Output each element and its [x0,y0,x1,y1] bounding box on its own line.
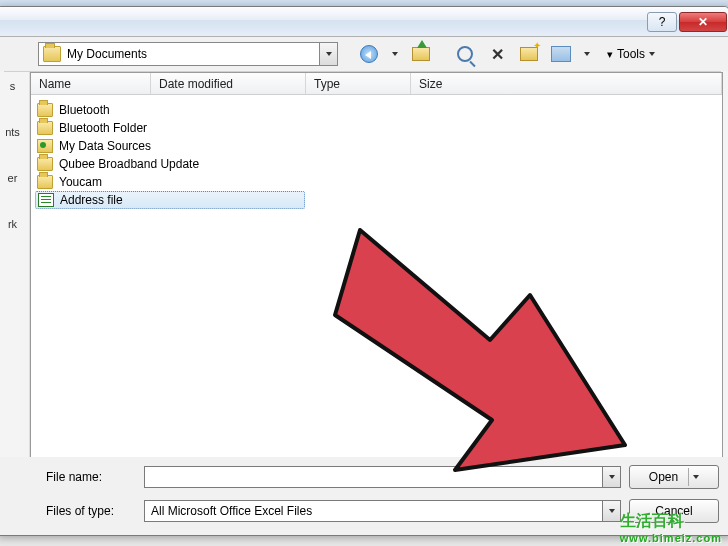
col-name[interactable]: Name [31,73,151,94]
delete-button[interactable]: ✕ [484,42,510,66]
up-folder-icon [412,47,430,61]
filename-dropdown[interactable] [602,467,620,487]
places-item[interactable]: rk [8,218,17,230]
col-type[interactable]: Type [306,73,411,94]
places-bar: s nts er rk [0,72,30,462]
places-item[interactable]: s [10,80,16,92]
search-web-button[interactable] [452,42,478,66]
views-icon [551,46,571,62]
folder-icon [37,103,53,117]
file-label: Address file [60,193,123,207]
help-button[interactable]: ? [647,12,677,32]
dialog-toolbar: My Documents ✕ ▾ Tools [0,37,728,71]
file-label: Youcam [59,175,102,189]
views-button[interactable] [548,42,574,66]
filetype-dropdown[interactable] [602,501,620,521]
filetype-label: Files of type: [46,504,136,518]
open-button[interactable]: Open [629,465,719,489]
file-label: Bluetooth [59,103,110,117]
look-in-value: My Documents [65,47,319,61]
places-item[interactable]: er [8,172,18,184]
new-folder-button[interactable] [516,42,542,66]
tools-menu[interactable]: ▾ Tools [600,42,662,66]
new-folder-icon [520,47,538,61]
list-item[interactable]: Qubee Broadband Update [35,155,718,173]
chevron-down-icon [649,52,655,56]
list-item[interactable]: Address file [35,191,305,209]
watermark-url: www.bimeiz.com [620,532,722,544]
file-list-pane: Name Date modified Type Size BluetoothBl… [30,72,723,460]
filetype-combo[interactable]: All Microsoft Office Excel Files [144,500,621,522]
odc-icon [37,139,53,153]
back-button[interactable] [356,42,382,66]
folder-icon [37,121,53,135]
watermark-text: 生活百科 [620,512,684,529]
filename-label: File name: [46,470,136,484]
list-item[interactable]: Bluetooth [35,101,718,119]
up-one-level-button[interactable] [408,42,434,66]
list-item[interactable]: Youcam [35,173,718,191]
col-size[interactable]: Size [411,73,722,94]
open-label: Open [649,470,678,484]
views-dropdown[interactable] [580,42,594,66]
col-date[interactable]: Date modified [151,73,306,94]
file-label: Qubee Broadband Update [59,157,199,171]
watermark: 生活百科 www.bimeiz.com [620,511,722,544]
tools-label: Tools [617,47,645,61]
file-label: My Data Sources [59,139,151,153]
filetype-value: All Microsoft Office Excel Files [145,504,602,518]
file-label: Bluetooth Folder [59,121,147,135]
places-item[interactable]: nts [5,126,20,138]
back-history-dropdown[interactable] [388,42,402,66]
file-list[interactable]: BluetoothBluetooth FolderMy Data Sources… [31,95,722,459]
folder-icon [37,157,53,171]
look-in-dropdown[interactable] [319,43,337,65]
chevron-down-icon [693,475,699,479]
titlebar: ? ✕ [0,7,728,37]
back-arrow-icon [360,45,378,63]
column-headers: Name Date modified Type Size [31,73,722,95]
close-button[interactable]: ✕ [679,12,727,32]
x-icon: ✕ [491,45,504,64]
folder-icon [43,46,61,62]
list-item[interactable]: Bluetooth Folder [35,119,718,137]
filename-combo[interactable] [144,466,621,488]
folder-icon [37,175,53,189]
xls-icon [38,193,54,207]
magnifier-icon [457,46,473,62]
open-file-dialog: ? ✕ My Documents ✕ ▾ Tools s nts er r [0,6,728,536]
list-item[interactable]: My Data Sources [35,137,718,155]
look-in-combo[interactable]: My Documents [38,42,338,66]
